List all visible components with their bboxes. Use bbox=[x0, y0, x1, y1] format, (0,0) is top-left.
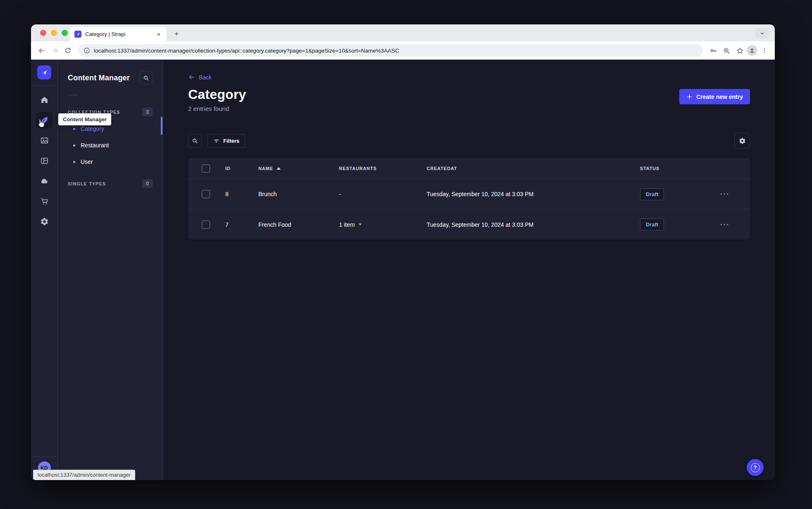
back-icon[interactable] bbox=[35, 44, 48, 57]
page-title: Category bbox=[188, 87, 246, 102]
subnav-item-user[interactable]: User bbox=[58, 154, 162, 170]
subnav-search-button[interactable] bbox=[139, 71, 153, 84]
create-new-entry-button[interactable]: Create new entry bbox=[679, 89, 750, 104]
maximize-window-button[interactable] bbox=[62, 30, 68, 36]
mouse-cursor bbox=[36, 119, 45, 128]
help-button[interactable]: ? bbox=[747, 459, 764, 476]
cell-name: Brunch bbox=[258, 191, 339, 197]
bullet-icon bbox=[73, 128, 75, 130]
table-row[interactable]: 8 Brunch - Tuesday, September 10, 2024 a… bbox=[188, 179, 750, 209]
subnav-scrollbar-thumb[interactable] bbox=[161, 117, 162, 135]
filters-button[interactable]: Filters bbox=[208, 134, 245, 148]
status-badge: Draft bbox=[640, 188, 664, 200]
cell-name: French Food bbox=[258, 221, 339, 228]
main-content: Back Category 2 entries found Create new… bbox=[163, 60, 775, 480]
browser-menu-dots-icon[interactable] bbox=[758, 44, 771, 57]
plus-icon bbox=[686, 94, 693, 100]
zoom-icon[interactable] bbox=[720, 44, 733, 57]
single-types-label: SINGLE TYPES bbox=[68, 181, 106, 186]
bullet-icon bbox=[73, 161, 75, 163]
table-search-button[interactable] bbox=[188, 134, 202, 148]
back-label: Back bbox=[199, 74, 212, 81]
status-badge: Draft bbox=[640, 218, 664, 230]
collection-types-count-badge: 3 bbox=[142, 108, 153, 116]
table-header-row: ID NAME RESTAURANTS CREATEDAT STATUS bbox=[188, 158, 750, 179]
page-info-icon[interactable] bbox=[84, 47, 90, 54]
subnav-item-label: Restaurant bbox=[81, 142, 109, 149]
table-row[interactable]: 7 French Food 1 item Tuesday, September … bbox=[188, 209, 750, 240]
column-header-restaurants[interactable]: RESTAURANTS bbox=[339, 166, 427, 171]
url-bar[interactable]: localhost:1337/admin/content-manager/col… bbox=[78, 44, 703, 57]
sidebar-item-cloud[interactable] bbox=[36, 173, 53, 189]
traffic-lights bbox=[40, 30, 68, 36]
browser-toolbar: localhost:1337/admin/content-manager/col… bbox=[31, 41, 775, 60]
strapi-logo[interactable] bbox=[37, 65, 51, 79]
close-window-button[interactable] bbox=[40, 30, 46, 36]
reload-icon[interactable] bbox=[62, 44, 74, 57]
cell-createdat: Tuesday, September 10, 2024 at 3:03 PM bbox=[427, 191, 640, 197]
subnav-item-label: Category bbox=[81, 125, 104, 132]
back-link[interactable]: Back bbox=[188, 74, 212, 81]
entries-table: ID NAME RESTAURANTS CREATEDAT STATUS 8 B… bbox=[188, 158, 750, 240]
cell-id: 8 bbox=[225, 191, 258, 197]
question-mark-icon: ? bbox=[751, 463, 760, 472]
sort-ascending-icon bbox=[277, 167, 281, 170]
gear-icon bbox=[739, 137, 746, 144]
column-header-status[interactable]: STATUS bbox=[640, 166, 720, 171]
strapi-app: KD Content Manager COLLECTION TYPES 3 Ca… bbox=[31, 60, 775, 480]
row-actions-menu[interactable]: ··· bbox=[720, 223, 730, 227]
select-all-checkbox[interactable] bbox=[202, 164, 210, 173]
browser-tab[interactable]: Category | Strapi × bbox=[69, 27, 167, 41]
sidebar-item-content-type-builder[interactable] bbox=[36, 152, 53, 169]
bookmark-star-icon[interactable] bbox=[733, 44, 746, 57]
forward-icon[interactable] bbox=[48, 44, 61, 57]
sidebar-item-settings[interactable] bbox=[36, 213, 53, 230]
subnav-divider bbox=[68, 95, 78, 95]
subnav-title: Content Manager bbox=[68, 74, 130, 82]
row-checkbox[interactable] bbox=[202, 221, 210, 229]
chevron-down-icon bbox=[358, 223, 362, 226]
tab-strip: Category | Strapi × + bbox=[31, 24, 775, 41]
tab-close-icon[interactable]: × bbox=[155, 31, 162, 38]
tab-title: Category | Strapi bbox=[85, 31, 151, 37]
tab-search-chevron-icon[interactable] bbox=[755, 28, 769, 38]
filter-icon bbox=[213, 138, 220, 144]
sidebar-item-home[interactable] bbox=[36, 91, 53, 108]
sidebar-item-media-library[interactable] bbox=[36, 132, 53, 149]
cell-restaurants: - bbox=[339, 191, 427, 197]
strapi-favicon bbox=[74, 31, 81, 38]
url-text[interactable]: localhost:1337/admin/content-manager/col… bbox=[94, 48, 399, 54]
filters-label: Filters bbox=[223, 138, 239, 144]
subnav-item-restaurant[interactable]: Restaurant bbox=[58, 137, 162, 154]
row-actions-menu[interactable]: ··· bbox=[720, 192, 730, 196]
link-preview-status-bar: localhost:1337/admin/content-manager bbox=[33, 470, 135, 480]
passwords-key-icon[interactable] bbox=[707, 44, 719, 57]
column-header-name[interactable]: NAME bbox=[258, 166, 339, 171]
create-button-label: Create new entry bbox=[696, 94, 743, 100]
browser-window: Category | Strapi × + localhost:1337/adm… bbox=[31, 24, 775, 480]
cell-id: 7 bbox=[225, 221, 258, 228]
view-settings-button[interactable] bbox=[734, 133, 750, 149]
browser-profile-avatar[interactable] bbox=[747, 45, 757, 56]
entries-count: 2 entries found bbox=[188, 105, 246, 112]
single-types-count-badge: 0 bbox=[142, 179, 153, 188]
content-manager-tooltip: Content Manager bbox=[58, 113, 111, 125]
row-checkbox[interactable] bbox=[202, 190, 210, 198]
cell-restaurants[interactable]: 1 item bbox=[339, 221, 427, 228]
column-header-id[interactable]: ID bbox=[225, 166, 258, 171]
bullet-icon bbox=[73, 144, 75, 146]
column-header-createdat[interactable]: CREATEDAT bbox=[427, 166, 640, 171]
sidebar-item-marketplace[interactable] bbox=[36, 193, 53, 209]
logo-section bbox=[31, 60, 57, 86]
cell-createdat: Tuesday, September 10, 2024 at 3:03 PM bbox=[427, 221, 640, 228]
subnav-item-label: User bbox=[81, 158, 93, 165]
minimize-window-button[interactable] bbox=[51, 30, 57, 36]
new-tab-button[interactable]: + bbox=[171, 28, 182, 40]
arrow-left-icon bbox=[188, 74, 195, 81]
